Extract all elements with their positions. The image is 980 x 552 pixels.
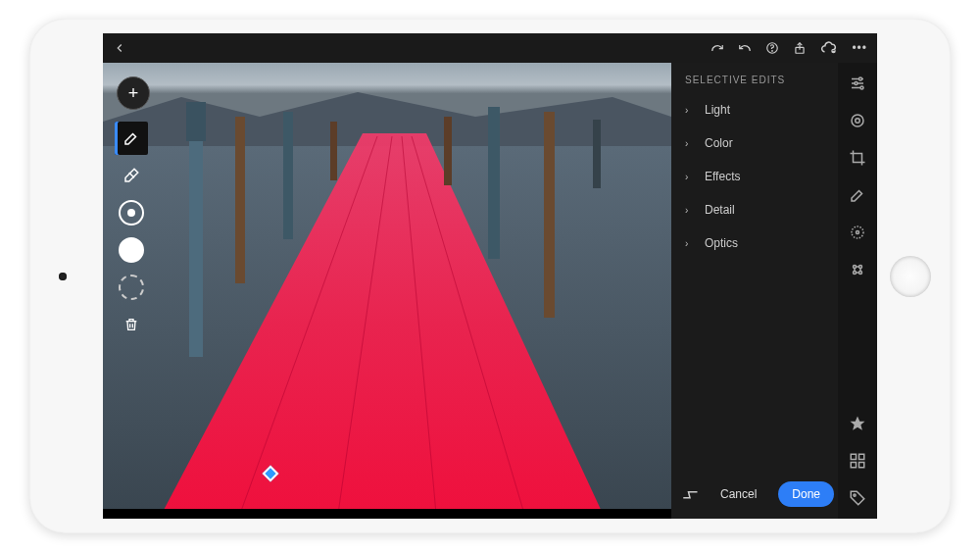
canvas[interactable]: + <box>103 63 671 519</box>
chevron-right-icon: › <box>685 238 695 249</box>
panel-title: SELECTIVE EDITS <box>671 63 838 93</box>
section-label: Light <box>705 103 730 117</box>
bottom-actions: Cancel Done <box>671 472 838 519</box>
svg-point-24 <box>860 86 863 89</box>
section-label: Optics <box>705 236 738 250</box>
svg-rect-14 <box>235 117 245 283</box>
svg-rect-17 <box>444 117 452 185</box>
svg-rect-21 <box>103 509 671 519</box>
chevron-right-icon: › <box>685 138 695 149</box>
tag-icon[interactable] <box>847 487 868 509</box>
ipad-frame: ••• <box>29 19 951 533</box>
grid-icon[interactable] <box>847 450 868 472</box>
svg-point-31 <box>854 272 857 275</box>
help-icon[interactable] <box>765 41 779 55</box>
redo-icon[interactable] <box>710 41 724 55</box>
svg-rect-15 <box>283 112 293 239</box>
brush-tool[interactable] <box>115 122 148 155</box>
section-detail[interactable]: › Detail <box>671 193 838 226</box>
section-optics[interactable]: › Optics <box>671 226 838 260</box>
section-label: Color <box>705 136 733 150</box>
svg-rect-34 <box>851 454 856 459</box>
before-after-icon[interactable] <box>681 487 699 501</box>
cloud-sync-icon[interactable] <box>820 41 838 55</box>
top-bar: ••• <box>103 33 877 63</box>
back-button[interactable] <box>113 41 126 55</box>
svg-point-22 <box>859 77 862 80</box>
chevron-right-icon: › <box>685 172 695 182</box>
brush-icon[interactable] <box>847 184 868 206</box>
overflow-icon[interactable]: ••• <box>852 41 867 55</box>
edit-panel: SELECTIVE EDITS › Light › Color › Effect… <box>671 63 838 519</box>
app-screen: ••• <box>103 33 877 519</box>
undo-icon[interactable] <box>738 41 752 55</box>
svg-marker-33 <box>851 417 865 430</box>
svg-point-28 <box>857 231 859 234</box>
svg-rect-18 <box>488 107 500 259</box>
adjust-icon[interactable] <box>847 73 868 94</box>
svg-point-38 <box>854 494 856 496</box>
add-mask-button[interactable]: + <box>117 76 150 110</box>
cancel-button[interactable]: Cancel <box>707 481 770 507</box>
svg-point-30 <box>859 266 862 269</box>
radial-icon[interactable] <box>847 222 868 243</box>
svg-rect-20 <box>593 120 601 188</box>
svg-rect-16 <box>330 122 337 180</box>
tool-strip <box>113 122 150 341</box>
eraser-tool[interactable] <box>115 159 148 192</box>
presets-icon[interactable] <box>847 110 868 131</box>
svg-point-25 <box>852 115 863 126</box>
mask-outline-tool[interactable] <box>119 275 144 300</box>
share-icon[interactable] <box>793 41 807 55</box>
svg-rect-37 <box>859 463 864 468</box>
main: + <box>103 63 877 519</box>
section-color[interactable]: › Color <box>671 126 838 160</box>
photo <box>103 63 671 519</box>
ipad-camera <box>59 273 67 280</box>
svg-rect-13 <box>186 102 206 141</box>
svg-point-26 <box>856 119 860 124</box>
selective-icon[interactable] <box>847 259 868 280</box>
svg-point-32 <box>859 272 862 275</box>
star-icon[interactable] <box>847 413 868 434</box>
svg-point-27 <box>852 226 863 238</box>
svg-rect-19 <box>544 112 555 318</box>
plus-icon: + <box>128 83 139 104</box>
chevron-right-icon: › <box>685 105 695 116</box>
svg-point-1 <box>772 51 773 52</box>
crop-icon[interactable] <box>847 147 868 169</box>
ipad-home-button[interactable] <box>890 256 931 297</box>
section-light[interactable]: › Light <box>671 93 838 126</box>
done-button[interactable]: Done <box>778 481 834 507</box>
delete-mask-button[interactable] <box>115 308 148 341</box>
svg-point-29 <box>854 266 857 269</box>
chevron-right-icon: › <box>685 205 695 216</box>
section-label: Detail <box>705 203 735 217</box>
right-rail <box>838 63 877 519</box>
svg-rect-35 <box>859 454 864 459</box>
svg-point-23 <box>855 82 858 85</box>
feather-tool[interactable] <box>119 200 144 226</box>
section-effects[interactable]: › Effects <box>671 160 838 193</box>
section-label: Effects <box>705 170 740 183</box>
svg-rect-36 <box>851 463 856 468</box>
mask-solid-tool[interactable] <box>119 237 144 263</box>
